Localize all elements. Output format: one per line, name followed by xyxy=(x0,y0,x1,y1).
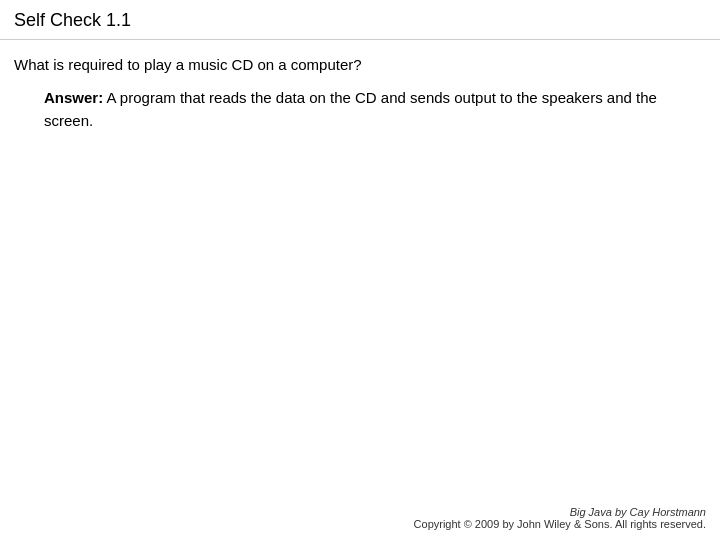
content-area: What is required to play a music CD on a… xyxy=(0,40,720,540)
footer-line1: Big Java by Cay Horstmann xyxy=(414,506,706,518)
footer: Big Java by Cay Horstmann Copyright © 20… xyxy=(414,506,706,530)
answer-text: A program that reads the data on the CD … xyxy=(44,89,657,129)
answer-label: Answer: xyxy=(44,89,103,106)
page-container: Self Check 1.1 What is required to play … xyxy=(0,0,720,540)
question-text: What is required to play a music CD on a… xyxy=(14,56,706,73)
page-title: Self Check 1.1 xyxy=(14,10,131,30)
header: Self Check 1.1 xyxy=(0,0,720,40)
answer-block: Answer: A program that reads the data on… xyxy=(14,87,706,132)
footer-line2: Copyright © 2009 by John Wiley & Sons. A… xyxy=(414,518,706,530)
